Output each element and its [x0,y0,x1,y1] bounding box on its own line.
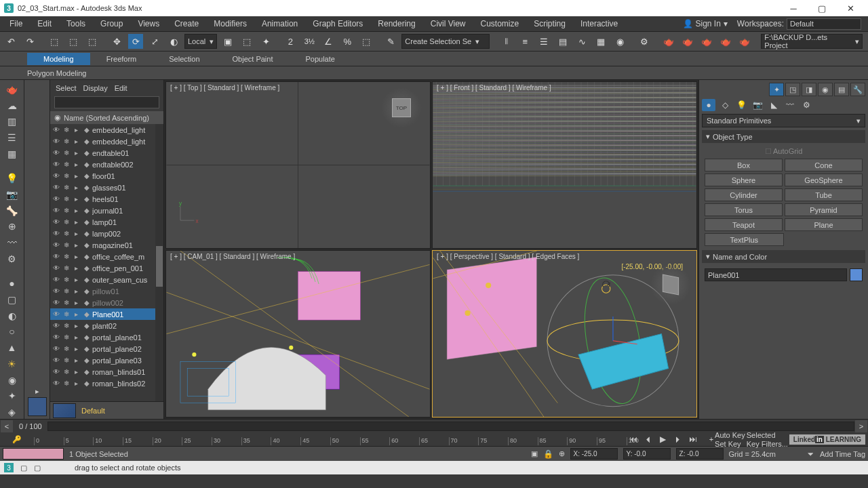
close-button[interactable]: ✕ [837,1,864,16]
primitive-sphere[interactable]: Sphere [705,174,783,186]
ribbon-tab-selection[interactable]: Selection [153,53,216,65]
project-path[interactable]: F:\BACKUP D...ets Project▾ [761,34,863,49]
scene-item[interactable]: 👁❄▸◆office_pen_001 [50,262,163,274]
helper-icon[interactable]: ⊕ [4,220,20,233]
key-mode-icon[interactable]: 🔑 [12,435,22,444]
autokey-button[interactable]: Auto Key [715,431,745,439]
menu-file[interactable]: File [3,18,29,30]
material-editor-button[interactable]: ◉ [612,33,628,49]
menu-create[interactable]: Create [167,18,205,30]
sun-icon[interactable]: ☀ [4,357,20,371]
menu-animation[interactable]: Animation [255,18,304,30]
render-teapot2-button[interactable]: 🫖 [679,33,696,49]
prev-frame-button[interactable]: ⏴ [642,433,655,445]
scene-item[interactable]: 👁❄▸◆heels01 [50,193,163,205]
snap-3d-button[interactable]: 3½ [301,33,317,49]
cmd-tab-hierarchy[interactable]: ◨ [802,83,816,96]
box-icon[interactable]: ▢ [4,293,20,306]
scene-tab-edit[interactable]: Edit [115,84,127,92]
undo-button[interactable]: ↶ [3,33,19,49]
set-key-plus-button[interactable]: + [709,435,713,443]
menu-grapheditors[interactable]: Graph Editors [306,18,370,30]
cmd-tab-create[interactable]: ✦ [769,83,784,96]
rollout-name-color[interactable]: ▾Name and Color [702,250,865,263]
object-color-swatch[interactable] [850,268,863,281]
systems-icon[interactable]: ⚙ [4,252,20,266]
scene-item[interactable]: 👁❄▸◆Plane001 [50,308,163,320]
scene-item[interactable]: 👁❄▸◆outer_seam_cus [50,274,163,285]
create-systems-icon[interactable]: ⚙ [800,99,813,111]
scene-item[interactable]: 👁❄▸◆magazine01 [50,239,163,251]
menu-views[interactable]: Views [131,18,166,30]
scene-column-header[interactable]: ◉ Name (Sorted Ascending) [50,111,163,124]
panel-icon[interactable]: ▥ [4,115,20,129]
light-icon[interactable]: 💡 [4,171,20,185]
menu-edit[interactable]: Edit [31,18,58,30]
create-cameras-icon[interactable]: 📷 [751,99,764,111]
create-lights-icon[interactable]: 💡 [734,99,748,111]
scene-item[interactable]: 👁❄▸◆lamp01 [50,216,163,228]
scene-item[interactable]: 👁❄▸◆endtable002 [50,159,163,170]
pivot-button[interactable]: ▣ [220,33,236,49]
scale-button[interactable]: ⤢ [146,33,163,49]
coord-x[interactable]: X: -25.0 [570,448,618,460]
primitive-geosphere[interactable]: GeoSphere [785,174,863,186]
menu-rendering[interactable]: Rendering [371,18,422,30]
ribbon-tab-objectpaint[interactable]: Object Paint [216,53,290,65]
hemisphere-icon[interactable]: ◐ [4,309,20,323]
scene-search-input[interactable] [54,96,159,108]
manip-button[interactable]: ✦ [258,33,274,49]
task-mini-icon2[interactable]: ▢ [34,464,41,472]
task-mini-icon[interactable]: ▢ [20,464,27,472]
menu-group[interactable]: Group [94,18,130,30]
ribbon-tab-freeform[interactable]: Freeform [90,53,153,65]
goto-end-button[interactable]: ⏭ [686,433,700,445]
primitive-teapot[interactable]: Teapot [705,218,783,231]
morph-icon[interactable]: ◉ [4,373,20,387]
primitive-torus[interactable]: Torus [705,203,783,216]
menu-customize[interactable]: Customize [474,18,526,30]
scene-scrollbar[interactable] [155,124,163,401]
redo-button[interactable]: ↷ [22,33,38,49]
ribbon-tab-populate[interactable]: Populate [289,53,351,65]
scene-item[interactable]: 👁❄▸◆roman_blinds02 [50,378,163,389]
rotate-button[interactable]: ⟳ [127,33,144,49]
timeline-prev[interactable]: < [1,420,13,432]
cmd-tab-utilities[interactable]: 🔧 [850,83,865,96]
isolate-icon[interactable]: ▣ [531,449,538,458]
scene-item[interactable]: 👁❄▸◆embedded_light [50,136,163,147]
angle-snap-button[interactable]: ∠ [320,33,336,49]
scene-item[interactable]: 👁❄▸◆plant02 [50,320,163,331]
bind-button[interactable]: ⬚ [84,33,100,49]
maxscript-listener[interactable] [3,448,64,460]
snap-2d-button[interactable]: 2 [282,33,298,49]
schematic-button[interactable]: ▦ [593,33,609,49]
primitive-cylinder[interactable]: Cylinder [705,188,783,201]
menu-tools[interactable]: Tools [60,18,92,30]
primitive-category-dropdown[interactable]: Standard Primitives▾ [702,114,865,127]
object-name-input[interactable] [705,268,847,281]
toggle-ribbon-button[interactable]: ▤ [555,33,571,49]
align-button[interactable]: ≡ [517,33,533,49]
placement-button[interactable]: ◐ [165,33,182,49]
scene-item[interactable]: 👁❄▸◆journal01 [50,205,163,216]
menu-interactive[interactable]: Interactive [574,18,625,30]
cmd-tab-modify[interactable]: ◳ [785,83,800,96]
extra-icon[interactable]: ◈ [4,405,20,419]
menu-scripting[interactable]: Scripting [527,18,572,30]
percent-snap-button[interactable]: % [339,33,355,49]
scene-item[interactable]: 👁❄▸◆floor01 [50,170,163,182]
primitive-tube[interactable]: Tube [785,188,863,201]
teapot-icon[interactable]: 🫖 [4,83,20,96]
viewcube[interactable]: TOP [381,87,422,128]
viewport-camera[interactable]: [ + ] [ CAM_01 ] [ Standard ] [ Wirefram… [165,250,431,418]
minimize-button[interactable]: ─ [780,1,807,16]
select-button[interactable]: ⬚ [239,33,255,49]
bone-icon[interactable]: 🦴 [4,204,20,218]
xyz-icon[interactable]: ⊕ [559,449,565,458]
scene-item[interactable]: 👁❄▸◆glasses01 [50,182,163,193]
primitive-textplus[interactable]: TextPlus [705,233,784,246]
move-button[interactable]: ✥ [108,33,125,49]
render-teapot3-button[interactable]: 🫖 [698,33,715,49]
primitive-box[interactable]: Box [705,159,783,171]
